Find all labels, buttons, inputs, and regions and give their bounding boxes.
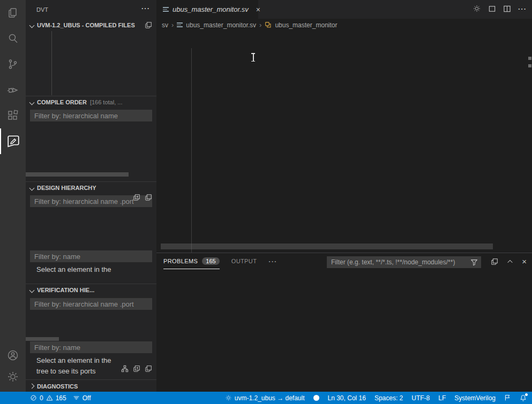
collapse-all-icon[interactable] bbox=[145, 194, 152, 201]
explorer-icon[interactable] bbox=[0, 0, 26, 26]
chevron-down-icon bbox=[29, 287, 35, 293]
filter-funnel-icon bbox=[470, 258, 478, 266]
close-panel-icon[interactable]: × bbox=[522, 257, 527, 266]
text-cursor-pointer bbox=[251, 53, 256, 62]
section-label: DIAGNOSTICS bbox=[37, 383, 78, 390]
chevron-down-icon bbox=[29, 185, 35, 190]
section-label: UVM-1.2_UBUS - COMPILED FILES bbox=[37, 22, 135, 28]
notifications-bell-icon[interactable] bbox=[520, 394, 527, 401]
settings-gear-icon[interactable] bbox=[0, 364, 26, 390]
search-icon[interactable] bbox=[0, 26, 26, 51]
lint-status[interactable]: Off bbox=[73, 394, 91, 402]
section-label: DESIGN HIERARCHY bbox=[37, 185, 96, 191]
file-icon bbox=[163, 7, 169, 11]
expand-all-icon[interactable] bbox=[133, 194, 140, 201]
overview-ruler-mark bbox=[528, 64, 531, 67]
more-actions-icon[interactable]: ··· bbox=[518, 5, 527, 13]
warning-triangle-icon bbox=[46, 394, 53, 401]
compile-order-filter-input[interactable]: Filter by: hierarchical name bbox=[30, 110, 152, 121]
extensions-icon[interactable] bbox=[0, 103, 26, 128]
run-debug-icon[interactable] bbox=[0, 77, 26, 103]
breadcrumb-file[interactable]: ubus_master_monitor.sv bbox=[186, 21, 256, 29]
section-verification-hierarchy[interactable]: VERIFICATION HIE... bbox=[26, 284, 156, 296]
status-bar: 0 165 Off uvm-1.2_ubus → default Ln 30, … bbox=[0, 392, 532, 404]
layout-icon[interactable] bbox=[488, 5, 496, 13]
encoding[interactable]: UTF-8 bbox=[411, 394, 430, 402]
tab-label: PROBLEMS bbox=[163, 258, 198, 264]
problems-count-badge: 165 bbox=[202, 257, 219, 265]
chevron-separator-icon: › bbox=[259, 21, 261, 29]
verification-ports-filter-input[interactable]: Filter by: name bbox=[30, 341, 152, 353]
more-tabs-icon[interactable]: ··· bbox=[268, 254, 277, 269]
filter-placeholder: Filter (e.g. text, **/*.ts, !**/node_mod… bbox=[331, 258, 470, 266]
editor-horizontal-scrollbar[interactable] bbox=[161, 243, 493, 249]
warning-count: 165 bbox=[56, 394, 66, 402]
bottom-panel: PROBLEMS 165 OUTPUT ··· Filter (e.g. tex… bbox=[156, 253, 532, 392]
editor-area: ubus_master_monitor.sv × ··· sv › ubus_m… bbox=[156, 0, 532, 392]
section-meta: [166 total, ... bbox=[90, 99, 123, 105]
section-compile-order[interactable]: COMPILE ORDER [166 total, ... bbox=[26, 96, 156, 108]
problems-list bbox=[156, 270, 532, 392]
section-diagnostics[interactable]: DIAGNOSTICS bbox=[26, 379, 156, 392]
open-in-editor-icon[interactable] bbox=[491, 258, 498, 265]
language-mode[interactable]: SystemVerilog bbox=[454, 394, 496, 402]
ports-hint-text-2: tree to see its ports bbox=[36, 367, 96, 376]
ports-hint-text: Select an element in the bbox=[36, 356, 111, 364]
tab-bar: ubus_master_monitor.sv × ··· bbox=[156, 0, 532, 19]
lint-label: Off bbox=[83, 394, 91, 402]
breadcrumb-symbol[interactable]: ubus_master_monitor bbox=[275, 21, 337, 29]
section-design-hierarchy[interactable]: DESIGN HIERARCHY bbox=[26, 181, 156, 194]
sidebar-title: DVT bbox=[26, 0, 156, 19]
indentation[interactable]: Spaces: 2 bbox=[374, 394, 403, 402]
gear-icon bbox=[225, 394, 232, 401]
section-label: VERIFICATION HIE... bbox=[37, 287, 94, 293]
indent-guide bbox=[191, 48, 192, 253]
horizontal-scrollbar[interactable] bbox=[26, 337, 59, 341]
source-control-icon[interactable] bbox=[0, 51, 26, 77]
verification-filter-input[interactable]: Filter by: hierarchical name .port bbox=[30, 298, 152, 310]
file-icon bbox=[177, 22, 183, 27]
collapse-all-icon[interactable] bbox=[145, 365, 152, 372]
tab-output[interactable]: OUTPUT bbox=[231, 254, 257, 269]
overview-ruler-mark bbox=[528, 57, 531, 60]
maximize-panel-icon[interactable] bbox=[506, 258, 514, 265]
problems-filter-input[interactable]: Filter (e.g. text, **/*.ts, !**/node_mod… bbox=[327, 256, 481, 268]
close-icon[interactable]: × bbox=[256, 5, 260, 14]
notification-dot bbox=[525, 393, 528, 396]
chevron-down-icon bbox=[29, 22, 35, 28]
dvt-icon[interactable] bbox=[0, 128, 26, 154]
indent-guide bbox=[51, 31, 52, 95]
problems-summary[interactable]: 0 165 bbox=[30, 394, 66, 402]
chevron-down-icon bbox=[29, 100, 35, 105]
sidebar: DVT ··· UVM-1.2_UBUS - COMPILED FILES CO… bbox=[26, 0, 156, 392]
tab-problems[interactable]: PROBLEMS 165 bbox=[163, 253, 220, 269]
chevron-separator-icon: › bbox=[171, 21, 174, 29]
ports-hint-text: Select an element in the bbox=[36, 265, 111, 273]
chevron-right-icon bbox=[29, 384, 35, 389]
breadcrumb-folder[interactable]: sv bbox=[162, 21, 168, 29]
breadcrumb: sv › ubus_master_monitor.sv › ubus_maste… bbox=[156, 19, 532, 31]
build-config[interactable]: uvm-1.2_ubus → default bbox=[225, 394, 305, 402]
hierarchy-icon[interactable] bbox=[121, 365, 129, 372]
build-config-label: uvm-1.2_ubus → default bbox=[235, 394, 305, 402]
horizontal-scrollbar[interactable] bbox=[26, 172, 129, 177]
tab-label: OUTPUT bbox=[231, 258, 257, 264]
design-ports-filter-input[interactable]: Filter by: name bbox=[30, 250, 152, 262]
code-editor[interactable] bbox=[156, 31, 532, 253]
sidebar-more-icon[interactable]: ··· bbox=[141, 4, 150, 12]
feedback-icon[interactable] bbox=[504, 394, 511, 401]
lint-icon bbox=[73, 394, 80, 401]
expand-all-icon[interactable] bbox=[133, 365, 140, 372]
gear-icon[interactable] bbox=[473, 4, 481, 13]
section-label: COMPILE ORDER bbox=[37, 99, 87, 105]
activity-indicator bbox=[313, 395, 319, 401]
split-editor-icon[interactable] bbox=[503, 5, 511, 13]
cursor-position[interactable]: Ln 30, Col 16 bbox=[328, 394, 366, 402]
tab-label: ubus_master_monitor.sv bbox=[173, 5, 249, 13]
section-compiled-files[interactable]: UVM-1.2_UBUS - COMPILED FILES bbox=[26, 19, 156, 31]
error-count: 0 bbox=[40, 394, 43, 402]
class-icon bbox=[265, 21, 272, 28]
tab-ubus-master-monitor[interactable]: ubus_master_monitor.sv × bbox=[156, 0, 258, 19]
collapse-all-icon[interactable] bbox=[145, 21, 152, 29]
eol[interactable]: LF bbox=[438, 394, 446, 402]
